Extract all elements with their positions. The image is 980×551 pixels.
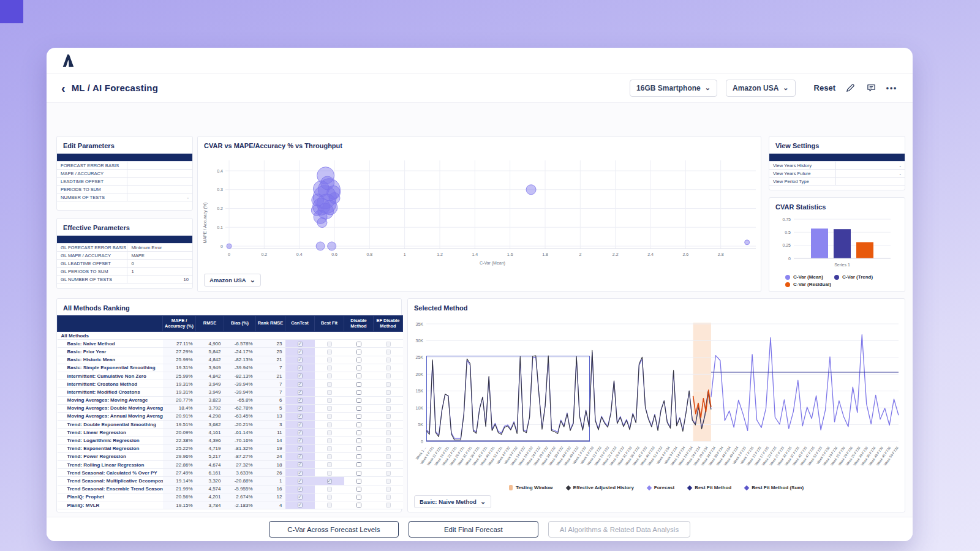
ef-disable-method-checkbox[interactable] <box>386 373 391 378</box>
ef-disable-method-checkbox[interactable] <box>386 479 391 484</box>
bestfit-checkbox[interactable] <box>327 446 332 451</box>
ef-disable-method-checkbox[interactable] <box>386 382 391 387</box>
bestfit-checkbox[interactable] <box>327 479 332 484</box>
cvar-across-forecast-levels-button[interactable]: C-Var Across Forecast Levels <box>269 521 399 538</box>
bestfit-checkbox[interactable] <box>327 342 332 347</box>
cantest-checkbox[interactable] <box>298 454 303 459</box>
bestfit-checkbox[interactable] <box>327 382 332 387</box>
bestfit-checkbox[interactable] <box>327 495 332 500</box>
bestfit-checkbox[interactable] <box>327 462 332 467</box>
reset-button[interactable]: Reset <box>814 83 835 92</box>
cantest-checkbox[interactable] <box>298 422 303 427</box>
cantest-checkbox[interactable] <box>298 414 303 419</box>
ef-disable-method-checkbox[interactable] <box>386 495 391 500</box>
selected-method-dropdown[interactable]: Basic: Naive Method ⌄ <box>414 495 491 508</box>
cantest-checkbox[interactable] <box>298 495 303 500</box>
disable-method-checkbox[interactable] <box>356 422 361 427</box>
cantest-checkbox[interactable] <box>298 430 303 435</box>
ef-disable-method-checkbox[interactable] <box>386 430 391 435</box>
back-chevron-icon[interactable]: ‹ <box>61 82 66 94</box>
cantest-checkbox[interactable] <box>298 390 303 395</box>
disable-method-checkbox[interactable] <box>356 479 361 484</box>
cantest-checkbox[interactable] <box>298 342 303 347</box>
disable-method-checkbox[interactable] <box>356 438 361 443</box>
row-value[interactable]: - <box>127 193 192 201</box>
cantest-checkbox[interactable] <box>298 503 303 508</box>
cantest-checkbox[interactable] <box>298 462 303 467</box>
bestfit-checkbox[interactable] <box>327 365 332 370</box>
ef-disable-method-checkbox[interactable] <box>386 454 391 459</box>
bestfit-checkbox[interactable] <box>327 438 332 443</box>
device-dropdown[interactable]: 16GB Smartphone ⌄ <box>630 80 717 97</box>
row-value[interactable]: 10 <box>127 276 192 283</box>
ef-disable-method-checkbox[interactable] <box>386 342 391 347</box>
cantest-checkbox[interactable] <box>298 446 303 451</box>
disable-method-checkbox[interactable] <box>356 382 361 387</box>
cantest-checkbox[interactable] <box>298 487 303 492</box>
disable-method-checkbox[interactable] <box>356 446 361 451</box>
cantest-checkbox[interactable] <box>298 358 303 362</box>
cantest-checkbox[interactable] <box>298 406 303 411</box>
ef-disable-method-checkbox[interactable] <box>386 462 391 467</box>
bestfit-checkbox[interactable] <box>327 422 332 427</box>
bestfit-checkbox[interactable] <box>327 406 332 411</box>
row-value[interactable] <box>127 162 192 170</box>
cantest-checkbox[interactable] <box>298 373 303 378</box>
disable-method-checkbox[interactable] <box>356 365 361 370</box>
disable-method-checkbox[interactable] <box>356 358 361 362</box>
bestfit-checkbox[interactable] <box>327 358 332 362</box>
bestfit-checkbox[interactable] <box>327 487 332 492</box>
disable-method-checkbox[interactable] <box>356 454 361 459</box>
ef-disable-method-checkbox[interactable] <box>386 365 391 370</box>
disable-method-checkbox[interactable] <box>356 414 361 419</box>
row-value[interactable]: Minimum Error <box>127 244 192 252</box>
ef-disable-method-checkbox[interactable] <box>386 406 391 411</box>
ef-disable-method-checkbox[interactable] <box>386 446 391 451</box>
bestfit-checkbox[interactable] <box>327 390 332 395</box>
edit-pencil-icon[interactable] <box>844 82 856 94</box>
bestfit-checkbox[interactable] <box>327 430 332 435</box>
bestfit-checkbox[interactable] <box>327 454 332 459</box>
row-value[interactable] <box>127 186 192 193</box>
more-options-icon[interactable]: ••• <box>886 82 898 94</box>
ai-algorithms-button[interactable]: AI Algorithms & Related Data Analysis <box>548 521 690 538</box>
cantest-checkbox[interactable] <box>298 350 303 354</box>
bestfit-checkbox[interactable] <box>327 471 332 476</box>
ef-disable-method-checkbox[interactable] <box>386 358 391 362</box>
ef-disable-method-checkbox[interactable] <box>386 438 391 443</box>
row-value[interactable]: MAPE <box>127 252 192 260</box>
ef-disable-method-checkbox[interactable] <box>386 390 391 395</box>
cantest-checkbox[interactable] <box>298 382 303 387</box>
row-value[interactable] <box>835 178 905 186</box>
region-dropdown[interactable]: Amazon USA ⌄ <box>726 80 796 97</box>
disable-method-checkbox[interactable] <box>356 342 361 347</box>
ef-disable-method-checkbox[interactable] <box>386 422 391 427</box>
edit-final-forecast-button[interactable]: Edit Final Forecast <box>409 521 538 538</box>
disable-method-checkbox[interactable] <box>356 406 361 411</box>
ef-disable-method-checkbox[interactable] <box>386 503 391 508</box>
cantest-checkbox[interactable] <box>298 438 303 443</box>
ef-disable-method-checkbox[interactable] <box>386 487 391 492</box>
row-value[interactable]: - <box>835 162 905 170</box>
bestfit-checkbox[interactable] <box>327 503 332 508</box>
disable-method-checkbox[interactable] <box>356 373 361 378</box>
row-value[interactable]: 1 <box>127 268 192 276</box>
comment-icon[interactable] <box>865 82 877 94</box>
ef-disable-method-checkbox[interactable] <box>386 414 391 419</box>
bestfit-checkbox[interactable] <box>327 414 332 419</box>
disable-method-checkbox[interactable] <box>356 398 361 403</box>
row-value[interactable] <box>127 170 192 178</box>
ef-disable-method-checkbox[interactable] <box>386 350 391 354</box>
row-value[interactable]: - <box>835 170 905 178</box>
disable-method-checkbox[interactable] <box>356 487 361 492</box>
disable-method-checkbox[interactable] <box>356 462 361 467</box>
scatter-region-dropdown[interactable]: Amazon USA ⌄ <box>204 274 261 287</box>
row-value[interactable]: 0 <box>127 260 192 268</box>
disable-method-checkbox[interactable] <box>356 390 361 395</box>
bestfit-checkbox[interactable] <box>327 398 332 403</box>
cantest-checkbox[interactable] <box>298 398 303 403</box>
cantest-checkbox[interactable] <box>298 471 303 476</box>
disable-method-checkbox[interactable] <box>356 350 361 354</box>
disable-method-checkbox[interactable] <box>356 503 361 508</box>
disable-method-checkbox[interactable] <box>356 471 361 476</box>
